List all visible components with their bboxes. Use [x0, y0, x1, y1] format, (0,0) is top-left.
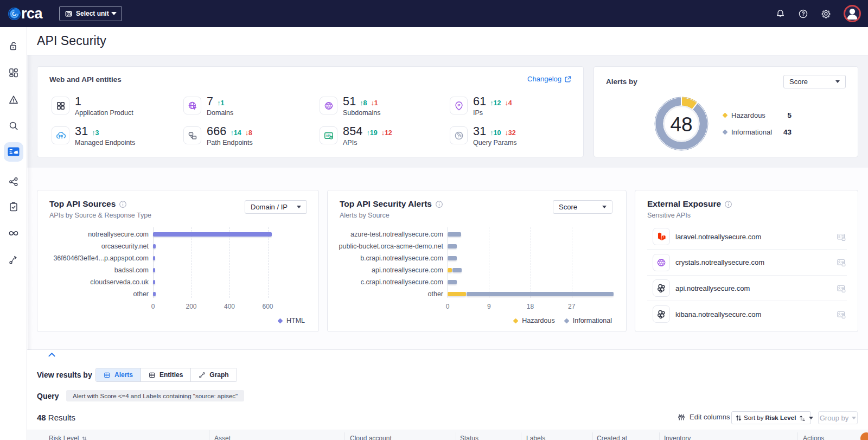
- stat-query-params: 31↑10↓32Query Params: [450, 126, 570, 144]
- stat-delta-up: ↑10: [490, 129, 501, 137]
- orca-logo-text: rca: [21, 5, 42, 22]
- bar-segment-html[interactable]: [153, 280, 155, 284]
- bar-segment-html[interactable]: [153, 244, 156, 248]
- sidebar-item-attack-graph[interactable]: [0, 176, 27, 187]
- bar-segment-html[interactable]: [153, 232, 272, 237]
- edit-columns-button[interactable]: Edit columns: [678, 413, 730, 421]
- bar-segment-hazardous[interactable]: [448, 292, 466, 296]
- table-rows-icon: [149, 372, 156, 379]
- bar-segment-informational[interactable]: [467, 292, 614, 296]
- exposure-subtitle: Sensitive APIs: [647, 212, 732, 219]
- bar-segment-informational[interactable]: [448, 232, 461, 237]
- info-icon[interactable]: [724, 200, 732, 208]
- bar-segment-informational[interactable]: [448, 256, 457, 260]
- axis-tick-label: 9: [487, 303, 491, 310]
- chart-legend-item[interactable]: Hazardous: [514, 317, 554, 324]
- exposure-list-item[interactable]: kibana.notreallysecure.com: [647, 302, 847, 327]
- exposure-list-item[interactable]: laravel.notreallysecure.com: [647, 224, 847, 250]
- external-link-icon: [564, 75, 572, 83]
- chart-legend-item[interactable]: Informational: [565, 317, 612, 324]
- chart-legend-item[interactable]: HTML: [278, 317, 305, 324]
- clipboard-check-icon: [8, 201, 19, 212]
- stat-value: 7: [207, 95, 213, 109]
- tab-alerts[interactable]: Alerts: [96, 368, 141, 381]
- collapse-chevron-up-icon[interactable]: [48, 352, 56, 362]
- crystals-globe-icon: [653, 254, 670, 271]
- svg-text:48: 48: [670, 113, 692, 136]
- network-nodes-icon: [8, 176, 19, 187]
- tab-label: Alerts: [114, 371, 133, 379]
- legend-diamond-icon: [564, 318, 569, 323]
- tab-label: Graph: [209, 371, 228, 379]
- legend-diamond-icon: [723, 112, 728, 118]
- sources-bar-chart: notreallysecure.comorcasecurity.net36f60…: [37, 190, 318, 331]
- sidebar-item-api-security[interactable]: [4, 142, 23, 162]
- ip-pin-icon: IP: [450, 97, 468, 114]
- credentials-lock-icon[interactable]: [837, 232, 846, 241]
- query-params-icon: [450, 126, 468, 144]
- sidebar-item-alerts[interactable]: [0, 94, 27, 105]
- bar-segment-informational[interactable]: [448, 244, 457, 248]
- sort-by-button[interactable]: Sort by Risk Level: [731, 411, 811, 424]
- category-label: b.crapi.notreallysecure.com: [360, 254, 443, 262]
- column-header-labels[interactable]: Labels: [526, 435, 545, 440]
- column-header-risk-level[interactable]: Risk Level: [49, 435, 87, 440]
- sidebar-item-search[interactable]: [0, 120, 27, 131]
- exposure-item-label: kibana.notreallysecure.com: [675, 310, 761, 318]
- select-unit-dropdown[interactable]: Select unit: [59, 6, 122, 21]
- changelog-link[interactable]: Changelog: [527, 75, 572, 83]
- alerts-by-dropdown[interactable]: Score: [783, 75, 846, 88]
- credentials-lock-icon[interactable]: [837, 284, 846, 293]
- svg-text:IP: IP: [457, 103, 460, 106]
- top-api-security-alerts-card: Top API Security Alerts Alerts by Source…: [327, 190, 627, 332]
- credentials-lock-icon[interactable]: [837, 258, 846, 267]
- donut-legend-item[interactable]: Hazardous 5: [723, 110, 792, 120]
- user-avatar[interactable]: [844, 5, 861, 22]
- chevron-down-icon: [809, 417, 813, 419]
- tab-graph[interactable]: Graph: [191, 368, 236, 381]
- page-title: API Security: [37, 34, 106, 48]
- column-header-created-at[interactable]: Created at: [597, 435, 627, 440]
- exposure-list-item[interactable]: api.notreallysecure.com: [647, 276, 847, 301]
- stat-label: Domains: [207, 109, 233, 117]
- sidebar-item-shift-left[interactable]: [0, 228, 27, 239]
- sidebar-item-compliance[interactable]: [0, 201, 27, 212]
- category-label: public-bucket.orca-acme-demo.net: [339, 243, 443, 250]
- category-label: badssl.com: [114, 266, 149, 274]
- elastic-cluster-icon: [653, 279, 670, 297]
- bar-segment-hazardous[interactable]: [448, 268, 452, 272]
- column-header-cloud-account[interactable]: Cloud account: [350, 435, 392, 440]
- sidebar-item-unlock[interactable]: [0, 41, 27, 52]
- help-icon[interactable]: [798, 9, 808, 19]
- query-chip[interactable]: Alert with Score <=4 and Labels containi…: [66, 390, 244, 401]
- bar-segment-html[interactable]: [153, 268, 155, 272]
- bar-segment-informational[interactable]: [452, 268, 462, 272]
- columns-icon: [678, 413, 685, 421]
- top-api-sources-card: Top API Sources APIs by Source & Respons…: [37, 190, 319, 332]
- bar-segment-html[interactable]: [153, 256, 155, 260]
- column-header-actions[interactable]: Actions: [803, 435, 824, 440]
- alerts-donut-chart: 48: [653, 95, 710, 154]
- column-header-status[interactable]: Status: [460, 435, 478, 440]
- api-security-page: rca Select unit API Security Web and API…: [0, 0, 868, 440]
- axis-tick-label: 18: [527, 303, 534, 310]
- bar-row: [448, 268, 462, 272]
- exposure-list-item[interactable]: crystals.notreallysecure.com: [647, 250, 847, 276]
- axis-tick-label: 600: [262, 303, 273, 310]
- sidebar-item-inventory[interactable]: [0, 67, 27, 78]
- search-icon: [8, 120, 19, 131]
- settings-gear-icon[interactable]: [821, 9, 831, 19]
- group-by-button[interactable]: Group by: [818, 411, 858, 424]
- orca-logo-icon: [8, 8, 21, 20]
- donut-legend-item[interactable]: Informational 43: [723, 127, 792, 137]
- notifications-bell-icon[interactable]: [775, 9, 786, 19]
- tab-entities[interactable]: Entities: [141, 368, 191, 381]
- credentials-lock-icon[interactable]: [837, 310, 846, 319]
- orca-logo[interactable]: rca: [8, 5, 47, 22]
- bar-segment-informational[interactable]: [448, 280, 457, 284]
- sidebar-item-attack-path[interactable]: [0, 254, 27, 265]
- app-grid-icon: [52, 97, 69, 114]
- column-header-asset[interactable]: Asset: [214, 435, 231, 440]
- column-header-inventory[interactable]: Inventory: [664, 435, 691, 440]
- bar-segment-html[interactable]: [153, 292, 156, 296]
